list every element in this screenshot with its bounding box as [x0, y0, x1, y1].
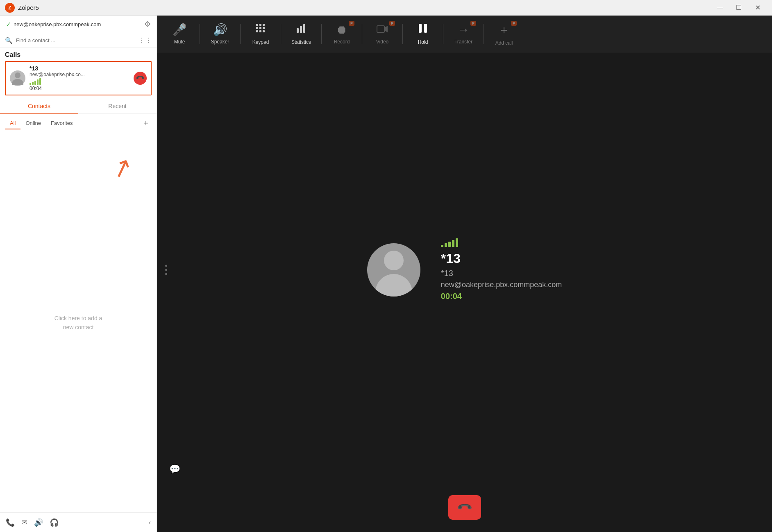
svg-rect-14	[419, 24, 422, 33]
call-main: *13 *13 new@oakeprise.pbx.commpeak.com 0…	[157, 52, 772, 487]
mute-button[interactable]: 🎤 Mute	[161, 18, 198, 50]
toolbar-divider-1	[200, 24, 200, 44]
addcall-pro-badge: P	[511, 21, 517, 26]
transfer-icon: →	[458, 23, 469, 36]
hold-icon	[418, 23, 428, 37]
call-options-dots[interactable]	[165, 265, 167, 275]
record-button[interactable]: P ⏺ Record	[323, 18, 360, 50]
call-avatar	[10, 70, 25, 86]
search-bar: 🔍 ⋮⋮	[0, 33, 157, 48]
call-info-block: *13 *13 new@oakeprise.pbx.commpeak.com 0…	[367, 238, 562, 301]
nav-phone-button[interactable]: 📞	[6, 518, 15, 527]
svg-rect-6	[256, 30, 258, 32]
options-dot	[165, 265, 167, 267]
avatar-head	[384, 251, 404, 270]
app-body: ✓ new@oakeprise.pbx.commpeak.com ⚙ 🔍 ⋮⋮ …	[0, 16, 772, 532]
video-icon	[377, 23, 388, 36]
search-icon: 🔍	[5, 37, 13, 44]
right-panel: 🎤 Mute 🔊 Speaker	[157, 16, 772, 532]
maximize-button[interactable]: ☐	[729, 0, 748, 16]
active-call-item[interactable]: *13 new@oakeprise.pbx.co... 00:04 📞	[5, 61, 152, 95]
add-contact-button[interactable]: +	[140, 118, 152, 129]
caller-name: *13	[441, 251, 562, 266]
caller-avatar	[367, 243, 420, 297]
toolbar-divider-5	[362, 24, 362, 44]
arrow-decoration: ↗	[107, 151, 136, 185]
bottom-nav: 📞 ✉ 🔊 🎧 ‹	[0, 512, 157, 532]
statistics-icon	[295, 23, 307, 37]
search-input[interactable]	[16, 37, 135, 43]
subtab-favorites[interactable]: Favorites	[46, 118, 77, 129]
subtab-online[interactable]: Online	[20, 118, 46, 129]
svg-rect-12	[377, 26, 384, 32]
subtab-all[interactable]: All	[5, 118, 20, 129]
minimize-button[interactable]: —	[711, 0, 729, 16]
end-call-button[interactable]: 📞	[448, 495, 481, 520]
nav-speaker-button[interactable]: 🔊	[34, 518, 43, 527]
account-email: new@oakeprise.pbx.commpeak.com	[14, 21, 101, 27]
mute-icon: 🎤	[173, 23, 187, 36]
svg-rect-9	[297, 28, 299, 33]
title-bar: Z Zoiper5 — ☐ ✕	[0, 0, 772, 16]
calls-section: Calls *13 new@oakeprise.pbx.co...	[0, 48, 157, 97]
toolbar-divider-6	[402, 24, 403, 44]
keypad-label: Keypad	[252, 39, 269, 45]
toolbar-divider-7	[443, 24, 443, 44]
settings-icon[interactable]: ⚙	[144, 20, 151, 29]
speaker-button[interactable]: 🔊 Speaker	[202, 18, 238, 50]
account-bar: ✓ new@oakeprise.pbx.commpeak.com ⚙	[0, 16, 157, 33]
svg-rect-2	[263, 24, 265, 26]
statistics-button[interactable]: Statistics	[283, 18, 320, 50]
caller-details: *13 *13 new@oakeprise.pbx.commpeak.com 0…	[441, 238, 562, 301]
transfer-pro-badge: P	[470, 21, 476, 26]
speaker-label: Speaker	[211, 39, 229, 45]
grid-icon[interactable]: ⋮⋮	[139, 36, 152, 44]
chat-icon[interactable]: 💬	[169, 464, 180, 475]
mute-label: Mute	[174, 39, 185, 45]
end-call-icon: 📞	[456, 499, 473, 516]
svg-rect-7	[259, 30, 261, 32]
options-dot	[165, 269, 167, 271]
hold-label: Hold	[418, 39, 428, 45]
call-signal	[30, 78, 129, 85]
call-timer: 00:04	[30, 86, 129, 91]
add-call-icon: ＋	[498, 22, 510, 38]
svg-rect-0	[256, 24, 258, 26]
call-toolbar: 🎤 Mute 🔊 Speaker	[157, 16, 772, 52]
keypad-button[interactable]: Keypad	[242, 18, 279, 50]
nav-headset-button[interactable]: 🎧	[50, 518, 59, 527]
svg-rect-3	[256, 27, 258, 29]
app-title: Zoiper5	[18, 4, 39, 11]
hangup-button[interactable]: 📞	[134, 72, 147, 85]
hold-button[interactable]: Hold	[404, 18, 441, 50]
svg-rect-8	[263, 30, 265, 32]
tab-recent[interactable]: Recent	[78, 99, 157, 114]
sub-tabs: All Online Favorites +	[0, 114, 157, 133]
video-pro-badge: P	[389, 21, 395, 26]
svg-marker-13	[385, 26, 388, 32]
toolbar-divider-2	[240, 24, 241, 44]
call-email: new@oakeprise.pbx.co...	[30, 72, 129, 77]
caller-email: new@oakeprise.pbx.commpeak.com	[441, 281, 562, 289]
add-call-label: Add call	[495, 40, 513, 46]
left-panel: ✓ new@oakeprise.pbx.commpeak.com ⚙ 🔍 ⋮⋮ …	[0, 16, 157, 532]
speaker-icon: 🔊	[213, 23, 227, 36]
call-details: *13 new@oakeprise.pbx.co... 00:04	[30, 65, 129, 91]
video-button[interactable]: P Video	[364, 18, 401, 50]
svg-rect-10	[300, 26, 302, 33]
tab-contacts[interactable]: Contacts	[0, 99, 78, 114]
title-bar-left: Z Zoiper5	[5, 3, 39, 13]
caller-id: *13	[441, 269, 562, 278]
account-status-icon: ✓	[6, 20, 11, 28]
collapse-button[interactable]: ‹	[149, 519, 151, 526]
svg-rect-11	[303, 24, 305, 33]
nav-email-button[interactable]: ✉	[21, 518, 27, 527]
keypad-icon	[255, 23, 266, 37]
toolbar-divider-4	[321, 24, 322, 44]
close-button[interactable]: ✕	[748, 0, 767, 16]
contacts-empty-area: Click here to add a new contact ↗	[0, 133, 157, 512]
add-call-button[interactable]: P ＋ Add call	[486, 18, 522, 50]
transfer-button[interactable]: P → Transfer	[445, 18, 482, 50]
hangup-icon: 📞	[135, 73, 145, 83]
svg-rect-5	[263, 27, 265, 29]
